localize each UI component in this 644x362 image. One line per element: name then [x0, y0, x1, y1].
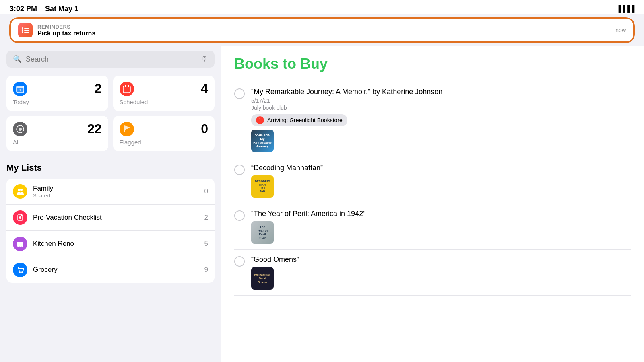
search-input[interactable] — [26, 55, 197, 64]
smart-lists-grid: 1 2 Today — [6, 76, 215, 151]
svg-rect-4 — [24, 30, 29, 31]
pre-vacation-icon — [13, 210, 27, 225]
svg-rect-8 — [17, 86, 24, 88]
reminder-item-book4: “Good Omens” Neil GaimanGoodOmens — [234, 250, 631, 296]
svg-point-1 — [22, 29, 23, 31]
pre-vacation-name: Pre-Vacation Checklist — [33, 214, 199, 222]
grocery-text: Grocery — [33, 266, 199, 274]
notification-left: REMINDERS Pick up tax returns — [18, 23, 95, 37]
scheduled-count: 4 — [201, 81, 208, 96]
svg-rect-24 — [21, 242, 23, 247]
today-label: Today — [13, 99, 102, 105]
flagged-icon — [120, 122, 134, 136]
reminder-tag-text-book1: Arriving: Greenlight Bookstore — [267, 117, 343, 123]
family-text: Family Shared — [33, 185, 199, 199]
pre-vacation-count: 2 — [204, 214, 208, 222]
smart-list-all[interactable]: 22 All — [6, 116, 108, 151]
scheduled-icon — [120, 82, 134, 96]
reminder-body-book2: “Decoding Manhattan” DECODINGMANHKTTAN — [251, 164, 631, 198]
notification-time: now — [615, 27, 626, 33]
reminder-body-book1: “My Remarkable Journey: A Memoir,” by Ka… — [251, 88, 631, 152]
svg-point-15 — [19, 128, 22, 131]
main-content: Books to Buy “My Remarkable Journey: A M… — [221, 46, 644, 362]
smart-list-today[interactable]: 1 2 Today — [6, 76, 108, 111]
notification-banner[interactable]: REMINDERS Pick up tax returns now — [10, 18, 634, 43]
svg-rect-22 — [17, 242, 19, 247]
reminder-checkbox-book4[interactable] — [234, 256, 245, 267]
reminder-title-book3: “The Year of Peril: America in 1942” — [251, 210, 631, 218]
status-bar: 3:02 PM Sat May 1 ▐▐▐▐ — [0, 0, 644, 14]
search-icon: 🔍 — [13, 55, 22, 64]
reminder-checkbox-book2[interactable] — [234, 165, 245, 175]
kitchen-reno-name: Kitchen Reno — [33, 240, 199, 248]
reminder-checkbox-book3[interactable] — [234, 210, 245, 221]
book-thumbnail-book3: TheYear ofPeril1942 — [251, 221, 274, 244]
smart-list-flagged[interactable]: 0 Flagged — [113, 116, 215, 151]
grocery-count: 9 — [204, 266, 208, 274]
list-title: Books to Buy — [234, 56, 631, 72]
family-count: 0 — [204, 187, 208, 195]
reminder-tag-book1: 📍 Arriving: Greenlight Bookstore — [251, 114, 347, 126]
grocery-icon — [13, 263, 27, 277]
main-layout: 🔍 🎙 1 2 Today — [0, 46, 644, 362]
smart-list-scheduled[interactable]: 4 Scheduled — [113, 76, 215, 111]
pre-vacation-text: Pre-Vacation Checklist — [33, 214, 199, 222]
all-count: 22 — [87, 121, 102, 136]
status-right: ▐▐▐▐ — [616, 5, 634, 12]
kitchen-reno-icon — [13, 237, 27, 251]
kitchen-reno-text: Kitchen Reno — [33, 240, 199, 248]
today-count: 2 — [95, 81, 102, 96]
reminder-note-book1: July book club — [251, 105, 631, 111]
book-thumbnail-book1: JOHNSONMyRemarkableJourney — [251, 130, 274, 152]
mic-icon[interactable]: 🎙 — [201, 55, 208, 64]
svg-point-16 — [18, 189, 20, 191]
family-name: Family — [33, 185, 199, 193]
reminder-title-book2: “Decoding Manhattan” — [251, 164, 631, 172]
book-thumbnail-book4: Neil GaimanGoodOmens — [251, 267, 274, 290]
flagged-count: 0 — [201, 121, 208, 136]
list-item-grocery[interactable]: Grocery 9 — [6, 257, 215, 283]
kitchen-reno-count: 5 — [204, 240, 208, 248]
reminders-app-icon — [18, 23, 33, 37]
all-icon — [13, 122, 27, 136]
status-time: 3:02 PM Sat May 1 — [10, 5, 78, 13]
reminder-item-book2: “Decoding Manhattan” DECODINGMANHKTTAN — [234, 158, 631, 204]
svg-point-21 — [19, 216, 21, 219]
svg-rect-5 — [24, 32, 29, 33]
svg-rect-23 — [19, 242, 21, 247]
list-item-pre-vacation[interactable]: Pre-Vacation Checklist 2 — [6, 205, 215, 231]
reminder-item-book1: “My Remarkable Journey: A Memoir,” by Ka… — [234, 82, 631, 158]
list-item-family[interactable]: Family Shared 0 — [6, 179, 215, 205]
reminder-title-book1: “My Remarkable Journey: A Memoir,” by Ka… — [251, 88, 631, 96]
family-sub: Shared — [33, 193, 199, 199]
svg-point-25 — [19, 272, 21, 273]
search-bar[interactable]: 🔍 🎙 — [6, 51, 215, 68]
list-item-kitchen-reno[interactable]: Kitchen Reno 5 — [6, 231, 215, 257]
tag-location-icon: 📍 — [256, 116, 264, 124]
sidebar: 🔍 🎙 1 2 Today — [0, 46, 221, 362]
grocery-name: Grocery — [33, 266, 199, 274]
reminder-body-book3: “The Year of Peril: America in 1942” The… — [251, 210, 631, 244]
svg-point-26 — [21, 272, 23, 273]
my-lists-heading: My Lists — [6, 162, 215, 173]
svg-point-0 — [22, 27, 23, 29]
scheduled-label: Scheduled — [120, 99, 208, 105]
notification-app-name: REMINDERS — [37, 24, 95, 30]
reminder-title-book4: “Good Omens” — [251, 255, 631, 264]
family-icon — [13, 184, 27, 199]
svg-rect-10 — [123, 86, 130, 93]
all-label: All — [13, 139, 102, 146]
svg-text:1: 1 — [19, 89, 21, 92]
svg-point-17 — [20, 189, 23, 191]
reminder-date-book1: 5/17/21 — [251, 97, 631, 104]
flagged-label: Flagged — [120, 139, 208, 146]
reminder-checkbox-book1[interactable] — [234, 88, 245, 99]
svg-rect-3 — [24, 28, 29, 29]
notification-text: REMINDERS Pick up tax returns — [37, 24, 95, 37]
svg-point-2 — [22, 31, 23, 33]
reminder-item-book3: “The Year of Peril: America in 1942” The… — [234, 204, 631, 250]
today-icon: 1 — [13, 82, 27, 96]
signal-icon: ▐▐▐▐ — [616, 5, 634, 12]
my-lists: Family Shared 0 Pre-Vacation Checklist — [6, 179, 215, 283]
book-thumbnail-book2: DECODINGMANHKTTAN — [251, 175, 274, 198]
